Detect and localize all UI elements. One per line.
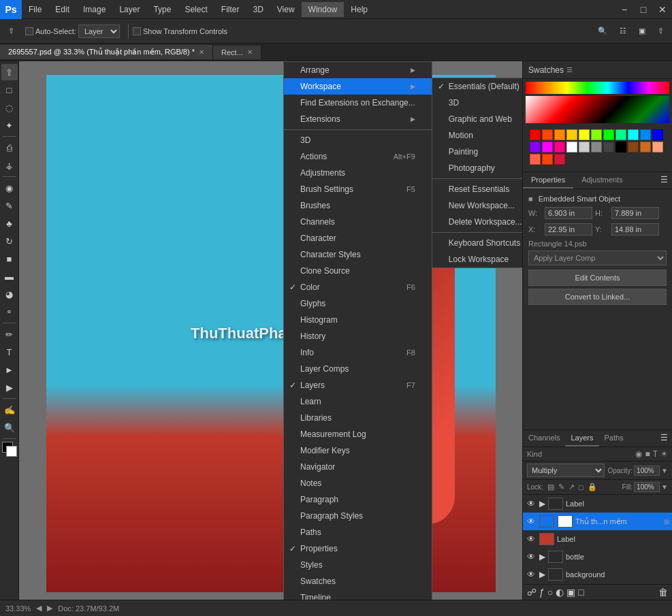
- menu-libraries[interactable]: Libraries: [284, 410, 432, 426]
- swatch-item[interactable]: [542, 154, 553, 165]
- tab-adjustments[interactable]: Adjustments: [573, 172, 631, 189]
- workspace-keyboard[interactable]: Keyboard Shortcuts & Menus...: [432, 235, 522, 251]
- menu-paths[interactable]: Paths: [284, 524, 432, 540]
- swatch-item[interactable]: [554, 154, 565, 165]
- convert-to-linked-button[interactable]: Convert to Linked...: [528, 289, 667, 305]
- menu-layers[interactable]: Layers F7: [284, 377, 432, 393]
- workspace-icon[interactable]: ☷: [615, 25, 630, 37]
- transform-controls-toggle[interactable]: Show Transform Controls: [133, 27, 227, 35]
- doc-tab-main[interactable]: 2695557.psd @ 33.3% (Thủ thuật phần mềm,…: [0, 45, 213, 59]
- fill-arrow[interactable]: ▼: [661, 483, 668, 491]
- doc-tab-rect[interactable]: Rect... ✕: [213, 46, 261, 59]
- path-select-tool[interactable]: ►: [1, 361, 18, 378]
- workspace-delete[interactable]: Delete Workspace...: [432, 214, 522, 230]
- menu-window[interactable]: Window: [302, 2, 345, 17]
- layer-row[interactable]: 👁Thủ th...n mềm⊞: [523, 513, 672, 530]
- swatch-item[interactable]: [530, 142, 541, 152]
- close-button[interactable]: ✕: [653, 0, 672, 19]
- background-color[interactable]: [6, 446, 17, 457]
- auto-select-checkbox[interactable]: [25, 27, 33, 35]
- menu-properties[interactable]: Properties: [284, 540, 432, 557]
- swatch-item[interactable]: [542, 129, 553, 140]
- layer-visibility-toggle[interactable]: 👁: [526, 499, 537, 508]
- swatch-item[interactable]: [652, 142, 663, 152]
- properties-menu-button[interactable]: ☰: [656, 172, 672, 189]
- move-tool[interactable]: ⇧: [1, 64, 18, 80]
- lock-all-icon[interactable]: 🔒: [588, 483, 597, 491]
- share-button[interactable]: ⇧: [654, 25, 668, 37]
- swatch-item[interactable]: [628, 129, 639, 140]
- y-input[interactable]: [611, 223, 659, 236]
- swatch-item[interactable]: [640, 142, 651, 152]
- opacity-arrow[interactable]: ▼: [661, 467, 668, 474]
- menu-image[interactable]: Image: [76, 2, 112, 17]
- menu-measurement-log[interactable]: Measurement Log: [284, 426, 432, 442]
- layer-visibility-toggle[interactable]: 👁: [526, 570, 537, 579]
- swatch-item[interactable]: [603, 129, 614, 140]
- gradient-big-swatch[interactable]: [526, 96, 669, 123]
- workspace-photography[interactable]: Photography: [432, 160, 522, 176]
- tab-channels[interactable]: Channels: [523, 430, 565, 447]
- lasso-tool[interactable]: ◌: [1, 99, 18, 116]
- menu-paragraph[interactable]: Paragraph: [284, 491, 432, 508]
- menu-actions[interactable]: Actions Alt+F9: [284, 148, 432, 165]
- layer-row[interactable]: 👁▶background: [523, 566, 672, 583]
- tab-paths[interactable]: Paths: [599, 430, 629, 447]
- menu-brushes[interactable]: Brushes: [284, 197, 432, 214]
- eyedropper-tool[interactable]: ⚶: [1, 157, 18, 174]
- selection-tool[interactable]: □: [1, 82, 18, 98]
- menu-info[interactable]: Info F8: [284, 344, 432, 361]
- menu-brush-settings[interactable]: Brush Settings F5: [284, 181, 432, 197]
- menu-histogram[interactable]: Histogram: [284, 312, 432, 328]
- menu-timeline[interactable]: Timeline: [284, 589, 432, 600]
- edit-contents-button[interactable]: Edit Contents: [528, 270, 667, 286]
- menu-glyphs[interactable]: Glyphs: [284, 295, 432, 312]
- swatch-item[interactable]: [652, 129, 663, 140]
- layers-menu-button[interactable]: ☰: [656, 430, 672, 447]
- menu-find-extensions[interactable]: Find Extensions on Exchange...: [284, 95, 432, 111]
- search-button[interactable]: 🔍: [594, 25, 611, 37]
- add-style-button[interactable]: ƒ: [539, 587, 545, 598]
- swatch-item[interactable]: [530, 154, 541, 165]
- menu-swatches[interactable]: Swatches: [284, 573, 432, 589]
- menu-extensions[interactable]: Extensions: [284, 111, 432, 127]
- quick-select-tool[interactable]: ✦: [1, 117, 18, 133]
- type-tool[interactable]: T: [1, 344, 18, 360]
- swatch-item[interactable]: [579, 142, 590, 152]
- delete-layer-button[interactable]: 🗑: [658, 587, 668, 598]
- add-mask-button[interactable]: ○: [547, 587, 553, 598]
- menu-select[interactable]: Select: [178, 2, 214, 17]
- workspace-painting[interactable]: Painting: [432, 144, 522, 160]
- canvas-area[interactable]: ThuThuatPhanMem.vn Arrange Workspace Ess…: [19, 61, 522, 600]
- menu-type[interactable]: Type: [146, 2, 178, 17]
- prev-button[interactable]: ◀: [36, 604, 42, 613]
- workspace-graphic-web[interactable]: Graphic and Web: [432, 111, 522, 127]
- swatch-item[interactable]: [591, 142, 602, 152]
- menu-styles[interactable]: Styles: [284, 557, 432, 573]
- tab-properties[interactable]: Properties: [523, 172, 573, 189]
- menu-character[interactable]: Character: [284, 230, 432, 246]
- menu-learn[interactable]: Learn: [284, 393, 432, 410]
- doc-tab-rect-close[interactable]: ✕: [247, 48, 253, 56]
- pen-tool[interactable]: ✏: [1, 326, 18, 342]
- auto-select-dropdown[interactable]: Layer Group: [78, 25, 120, 38]
- lock-transparent-icon[interactable]: ▤: [547, 483, 554, 491]
- height-input[interactable]: [611, 207, 659, 219]
- workspace-motion[interactable]: Motion: [432, 127, 522, 144]
- workspace-lock[interactable]: Lock Workspace: [432, 251, 522, 268]
- spot-heal-tool[interactable]: ◉: [1, 180, 18, 196]
- hand-tool[interactable]: ✍: [1, 402, 18, 418]
- swatch-item[interactable]: [566, 129, 577, 140]
- dodge-tool[interactable]: ⚬: [1, 304, 18, 320]
- tab-layers[interactable]: Layers: [565, 430, 598, 447]
- workspace-3d[interactable]: 3D: [432, 95, 522, 111]
- eraser-tool[interactable]: ■: [1, 250, 18, 267]
- workspace-essentials[interactable]: Essentials (Default): [432, 78, 522, 95]
- lock-artboard-icon[interactable]: □: [579, 483, 583, 491]
- swatch-item[interactable]: [554, 129, 565, 140]
- lock-position-icon[interactable]: ↗: [569, 483, 575, 491]
- menu-filter[interactable]: Filter: [214, 2, 246, 17]
- opacity-input[interactable]: [634, 466, 660, 476]
- swatch-item[interactable]: [615, 142, 626, 152]
- menu-notes[interactable]: Notes: [284, 475, 432, 491]
